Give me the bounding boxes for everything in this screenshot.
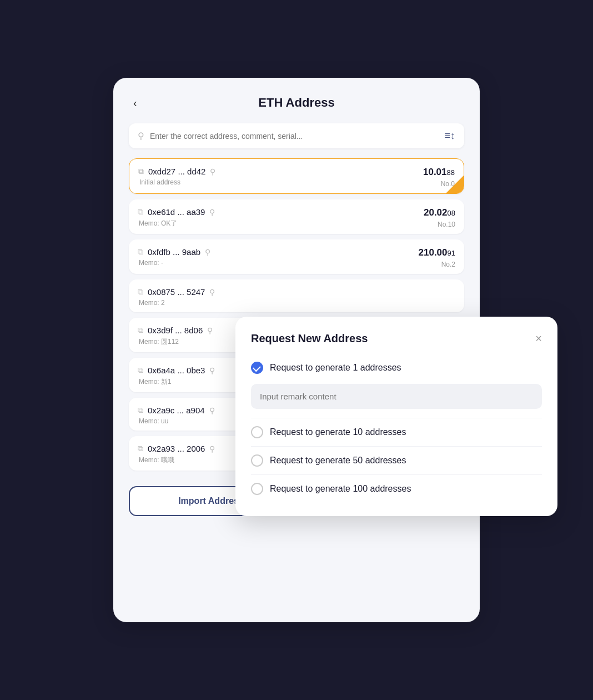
modal-close-button[interactable]: ×: [535, 332, 542, 345]
address-memo-7: Memo: 哦哦: [139, 456, 215, 465]
back-button[interactable]: ‹: [129, 94, 142, 112]
address-memo-0: Initial address: [139, 178, 215, 186]
copy-icon-4[interactable]: ⧉: [138, 326, 143, 335]
radio-checked-icon-0: [251, 362, 263, 374]
address-memo-2: Memo: -: [139, 259, 210, 267]
address-right-2: 210.0091 No.2: [419, 247, 455, 268]
address-memo-6: Memo: uu: [139, 417, 215, 425]
search-bar: ⚲ ≡↕: [129, 123, 464, 148]
modal-header: Request New Address ×: [251, 332, 542, 345]
address-card-3[interactable]: ⧉ 0x0875 ... 5247 ⚲ Memo: 2: [129, 279, 464, 312]
no-badge-1: No.10: [438, 221, 455, 228]
address-memo-4: Memo: 圆112: [139, 337, 213, 347]
main-card: ‹ ETH Address ⚲ ≡↕ ⧉ 0xdd27 ... dd42 ⚲ I…: [113, 78, 480, 622]
header: ‹ ETH Address: [129, 96, 464, 110]
address-row-2: ⧉ 0xfdfb ... 9aab ⚲: [138, 247, 210, 257]
address-memo-5: Memo: 新1: [139, 377, 215, 387]
page-title: ETH Address: [258, 96, 334, 110]
address-row-5: ⧉ 0x6a4a ... 0be3 ⚲: [138, 366, 215, 375]
address-row-4: ⧉ 0x3d9f ... 8d06 ⚲: [138, 326, 213, 335]
modal-option-3[interactable]: Request to generate 100 addresses: [251, 477, 542, 501]
search-addr-icon-5[interactable]: ⚲: [209, 366, 215, 375]
address-text-2: 0xfdfb ... 9aab: [148, 247, 200, 257]
address-text-3: 0x0875 ... 5247: [148, 287, 205, 297]
filter-icon[interactable]: ≡↕: [444, 130, 455, 142]
address-card-0[interactable]: ⧉ 0xdd27 ... dd42 ⚲ Initial address 10.0…: [129, 158, 464, 194]
modal-title: Request New Address: [251, 332, 368, 345]
divider-3: [251, 474, 542, 475]
address-row-3: ⧉ 0x0875 ... 5247 ⚲: [138, 287, 215, 297]
divider-2: [251, 446, 542, 447]
no-badge-2: No.2: [441, 261, 455, 268]
modal-option-0[interactable]: Request to generate 1 addresses: [251, 356, 542, 379]
copy-icon-3[interactable]: ⧉: [138, 287, 143, 297]
modal-option-1[interactable]: Request to generate 10 addresses: [251, 421, 542, 444]
address-left-3: ⧉ 0x0875 ... 5247 ⚲ Memo: 2: [138, 287, 215, 307]
option-label-1: Request to generate 10 addresses: [270, 427, 406, 437]
modal: Request New Address × Request to generat…: [235, 317, 557, 516]
address-text-6: 0x2a9c ... a904: [148, 406, 205, 415]
address-row-6: ⧉ 0x2a9c ... a904 ⚲: [138, 406, 215, 415]
option-label-2: Request to generate 50 addresses: [270, 456, 406, 466]
address-row-0: ⧉ 0xdd27 ... dd42 ⚲: [138, 167, 215, 176]
radio-circle-icon-1: [251, 426, 263, 438]
amount-2: 210.0091: [419, 247, 455, 258]
address-left-2: ⧉ 0xfdfb ... 9aab ⚲ Memo: -: [138, 247, 210, 267]
address-text-5: 0x6a4a ... 0be3: [148, 366, 205, 375]
remark-input[interactable]: [251, 384, 542, 409]
address-left-1: ⧉ 0xe61d ... aa39 ⚲ Memo: OK了: [138, 207, 215, 228]
address-right-1: 20.0208 No.10: [424, 207, 455, 228]
search-addr-icon-4[interactable]: ⚲: [207, 326, 213, 335]
address-left-5: ⧉ 0x6a4a ... 0be3 ⚲ Memo: 新1: [138, 366, 215, 387]
search-addr-icon-6[interactable]: ⚲: [209, 406, 215, 415]
search-addr-icon-1[interactable]: ⚲: [209, 208, 215, 217]
corner-badge-0: [446, 176, 464, 193]
copy-icon-1[interactable]: ⧉: [138, 207, 143, 217]
amount-1: 20.0208: [424, 207, 455, 218]
address-text-4: 0x3d9f ... 8d06: [148, 326, 203, 335]
copy-icon-7[interactable]: ⧉: [138, 444, 143, 453]
option-label-0: Request to generate 1 addresses: [270, 363, 401, 373]
address-text-7: 0x2a93 ... 2006: [148, 444, 205, 453]
search-addr-icon-2[interactable]: ⚲: [205, 248, 210, 257]
address-row-1: ⧉ 0xe61d ... aa39 ⚲: [138, 207, 215, 217]
search-addr-icon-0[interactable]: ⚲: [210, 167, 215, 176]
address-row-7: ⧉ 0x2a93 ... 2006 ⚲: [138, 444, 215, 453]
address-left-4: ⧉ 0x3d9f ... 8d06 ⚲ Memo: 圆112: [138, 326, 213, 347]
address-text-0: 0xdd27 ... dd42: [148, 167, 205, 176]
copy-icon-0[interactable]: ⧉: [138, 167, 144, 176]
search-addr-icon-7[interactable]: ⚲: [209, 444, 215, 453]
copy-icon-6[interactable]: ⧉: [138, 406, 143, 415]
address-memo-3: Memo: 2: [139, 299, 215, 307]
search-input[interactable]: [150, 132, 439, 141]
modal-option-2[interactable]: Request to generate 50 addresses: [251, 449, 542, 472]
copy-icon-2[interactable]: ⧉: [138, 247, 143, 257]
address-left-0: ⧉ 0xdd27 ... dd42 ⚲ Initial address: [138, 167, 215, 186]
address-card-1[interactable]: ⧉ 0xe61d ... aa39 ⚲ Memo: OK了 20.0208 No…: [129, 199, 464, 234]
address-left-6: ⧉ 0x2a9c ... a904 ⚲ Memo: uu: [138, 406, 215, 425]
search-icon: ⚲: [138, 131, 144, 141]
search-addr-icon-3[interactable]: ⚲: [209, 288, 215, 297]
radio-circle-icon-3: [251, 483, 263, 495]
address-text-1: 0xe61d ... aa39: [148, 207, 205, 217]
address-memo-1: Memo: OK了: [139, 219, 215, 228]
address-left-7: ⧉ 0x2a93 ... 2006 ⚲ Memo: 哦哦: [138, 444, 215, 465]
option-label-3: Request to generate 100 addresses: [270, 484, 411, 494]
divider-1: [251, 418, 542, 418]
copy-icon-5[interactable]: ⧉: [138, 366, 143, 375]
address-card-2[interactable]: ⧉ 0xfdfb ... 9aab ⚲ Memo: - 210.0091 No.…: [129, 239, 464, 274]
radio-circle-icon-2: [251, 454, 263, 467]
